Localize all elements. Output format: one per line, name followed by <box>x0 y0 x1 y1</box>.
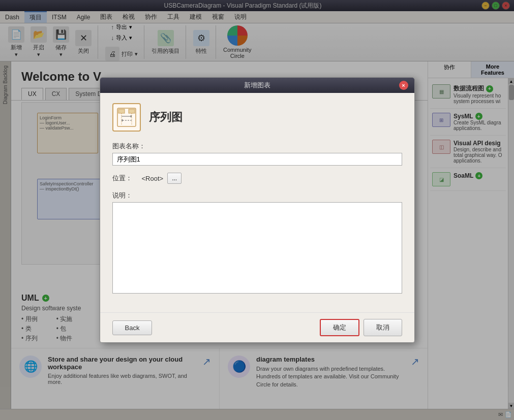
form-desc-group: 说明： <box>112 191 402 295</box>
browse-btn[interactable]: ... <box>167 173 182 184</box>
back-btn[interactable]: Back <box>112 320 153 335</box>
location-label: 位置： <box>112 174 138 183</box>
form-location-group: 位置： <Root> ... <box>112 173 402 184</box>
name-label: 图表名称： <box>112 142 402 151</box>
desc-textarea[interactable] <box>112 202 402 294</box>
sequence-diagram-svg <box>116 107 137 127</box>
modal-dialog: 新增图表 × <box>100 77 415 343</box>
modal-header-row: 序列图 <box>112 103 402 132</box>
modal-titlebar: 新增图表 × <box>100 78 414 93</box>
confirm-btn[interactable]: 确定 <box>320 319 359 336</box>
modal-body: 序列图 图表名称： 位置： <Root> ... 说明： <box>100 93 414 312</box>
modal-title: 新增图表 <box>115 81 399 90</box>
modal-close-btn[interactable]: × <box>399 81 408 90</box>
modal-overlay: 新增图表 × <box>0 0 514 420</box>
modal-diagram-icon <box>112 103 141 132</box>
form-name-group: 图表名称： <box>112 142 402 166</box>
name-input[interactable] <box>112 153 402 166</box>
svg-rect-1 <box>118 109 125 113</box>
modal-footer-right: 确定 取消 <box>320 319 402 336</box>
location-row: 位置： <Root> ... <box>112 173 402 184</box>
svg-rect-2 <box>129 109 135 113</box>
location-value: <Root> <box>142 175 164 182</box>
modal-diagram-title: 序列图 <box>149 110 183 125</box>
desc-label: 说明： <box>112 191 402 200</box>
modal-footer: Back 确定 取消 <box>100 312 414 342</box>
cancel-btn[interactable]: 取消 <box>364 319 402 336</box>
